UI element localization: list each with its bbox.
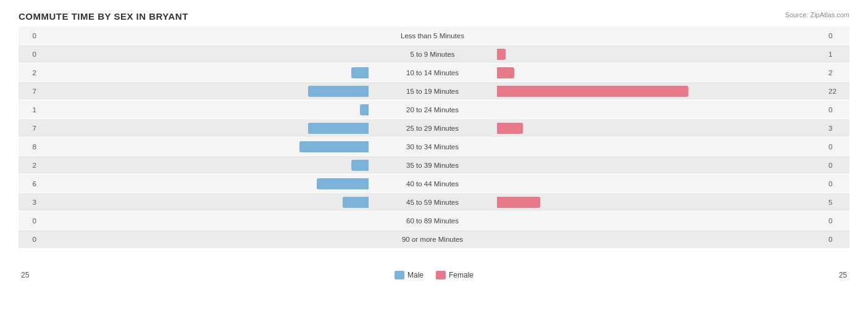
female-bar-side — [495, 64, 825, 81]
male-value: 0 — [19, 217, 40, 225]
female-bar-side — [495, 212, 825, 229]
female-value: 0 — [825, 32, 849, 39]
legend-male: Male — [394, 271, 424, 279]
chart-container: COMMUTE TIME BY SEX IN BRYANT Source: Zi… — [0, 0, 868, 322]
male-bar-side — [40, 101, 371, 118]
male-value: 8 — [19, 143, 40, 151]
male-bar — [343, 197, 369, 208]
male-value: 0 — [19, 236, 40, 243]
chart-row: 830 to 34 Minutes0 — [19, 138, 849, 155]
female-bar-side — [495, 119, 825, 137]
male-bar — [317, 178, 369, 189]
legend-female-box — [436, 271, 446, 279]
legend: Male Female — [43, 271, 825, 279]
female-value: 3 — [825, 125, 849, 132]
male-bar-side — [40, 212, 371, 229]
female-value: 0 — [825, 217, 849, 225]
legend-female: Female — [436, 271, 474, 279]
chart-row: 725 to 29 Minutes3 — [19, 119, 849, 137]
chart-row: 640 to 44 Minutes0 — [19, 175, 849, 192]
chart-row: 120 to 24 Minutes0 — [19, 101, 849, 118]
chart-area: 0Less than 5 Minutes005 to 9 Minutes1210… — [19, 27, 849, 267]
female-bar — [497, 49, 506, 60]
female-value: 2 — [825, 69, 849, 76]
female-bar — [497, 123, 523, 134]
row-label: 90 or more Minutes — [371, 236, 495, 243]
chart-title: COMMUTE TIME BY SEX IN BRYANT — [19, 11, 849, 22]
chart-row: 060 to 89 Minutes0 — [19, 212, 849, 229]
chart-row: 090 or more Minutes0 — [19, 230, 849, 248]
female-bar-side — [495, 175, 825, 192]
footer-left-value: 25 — [21, 271, 43, 279]
row-label: 15 to 19 Minutes — [371, 88, 495, 95]
row-label: 35 to 39 Minutes — [371, 162, 495, 169]
female-bar-side — [495, 193, 825, 211]
female-bar-side — [495, 82, 825, 100]
male-bar — [308, 86, 369, 97]
male-bar-side — [40, 27, 371, 44]
male-bar-side — [40, 82, 371, 100]
row-label: 40 to 44 Minutes — [371, 180, 495, 188]
female-value: 0 — [825, 106, 849, 114]
female-value: 0 — [825, 236, 849, 243]
male-value: 2 — [19, 162, 40, 169]
male-bar-side — [40, 119, 371, 137]
male-value: 6 — [19, 180, 40, 188]
male-value: 7 — [19, 125, 40, 132]
chart-row: 210 to 14 Minutes2 — [19, 64, 849, 81]
female-bar-side — [495, 138, 825, 155]
female-value: 22 — [825, 88, 849, 95]
female-bar — [497, 67, 514, 78]
row-label: 10 to 14 Minutes — [371, 69, 495, 76]
female-value: 1 — [825, 51, 849, 58]
chart-row: 715 to 19 Minutes22 — [19, 82, 849, 100]
female-bar-side — [495, 27, 825, 44]
female-value: 5 — [825, 199, 849, 206]
chart-row: 345 to 59 Minutes5 — [19, 193, 849, 211]
chart-row: 235 to 39 Minutes0 — [19, 156, 849, 174]
male-bar-side — [40, 64, 371, 81]
female-bar-side — [495, 45, 825, 63]
legend-male-box — [394, 271, 404, 279]
row-label: Less than 5 Minutes — [371, 32, 495, 39]
male-bar-side — [40, 138, 371, 155]
female-value: 0 — [825, 162, 849, 169]
row-label: 5 to 9 Minutes — [371, 51, 495, 58]
male-bar — [360, 104, 369, 115]
male-bar — [351, 67, 369, 78]
female-bar-side — [495, 230, 825, 248]
row-label: 25 to 29 Minutes — [371, 125, 495, 132]
male-bar — [351, 160, 369, 171]
female-value: 0 — [825, 143, 849, 151]
male-value: 0 — [19, 51, 40, 58]
male-value: 1 — [19, 106, 40, 114]
row-label: 60 to 89 Minutes — [371, 217, 495, 225]
female-bar-side — [495, 101, 825, 118]
male-bar-side — [40, 45, 371, 63]
chart-row: 0Less than 5 Minutes0 — [19, 27, 849, 44]
male-value: 2 — [19, 69, 40, 76]
male-bar-side — [40, 230, 371, 248]
male-bar — [299, 141, 369, 152]
female-bar-side — [495, 156, 825, 174]
male-bar-side — [40, 156, 371, 174]
chart-row: 05 to 9 Minutes1 — [19, 45, 849, 63]
male-value: 0 — [19, 32, 40, 39]
legend-male-label: Male — [407, 271, 424, 279]
male-bar-side — [40, 175, 371, 192]
female-value: 0 — [825, 180, 849, 188]
male-bar — [308, 123, 369, 134]
row-label: 45 to 59 Minutes — [371, 199, 495, 206]
male-bar-side — [40, 193, 371, 211]
chart-footer: 25 Male Female 25 — [19, 271, 849, 279]
row-label: 20 to 24 Minutes — [371, 106, 495, 114]
legend-female-label: Female — [449, 271, 474, 279]
footer-right-value: 25 — [825, 271, 847, 279]
source-label: Source: ZipAtlas.com — [785, 11, 849, 19]
row-label: 30 to 34 Minutes — [371, 143, 495, 151]
female-bar — [497, 197, 540, 208]
female-bar — [497, 86, 688, 97]
male-value: 3 — [19, 199, 40, 206]
male-value: 7 — [19, 88, 40, 95]
